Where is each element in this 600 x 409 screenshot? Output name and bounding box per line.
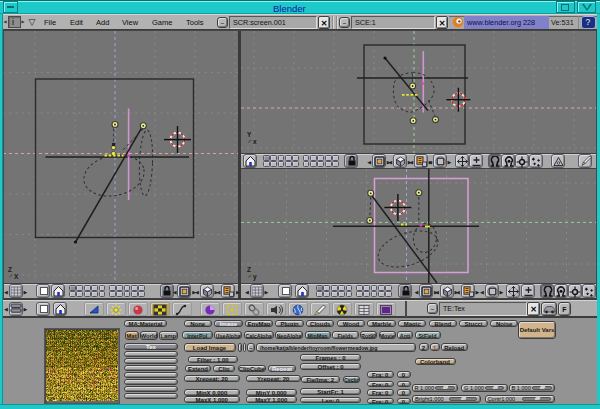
- svg-text:y: y: [253, 273, 257, 281]
- svg-text:Z: Z: [8, 266, 12, 273]
- svg-text:Y: Y: [247, 131, 252, 138]
- svg-text:X: X: [14, 273, 19, 280]
- svg-text:x: x: [253, 138, 257, 145]
- svg-text:Z: Z: [247, 266, 251, 273]
